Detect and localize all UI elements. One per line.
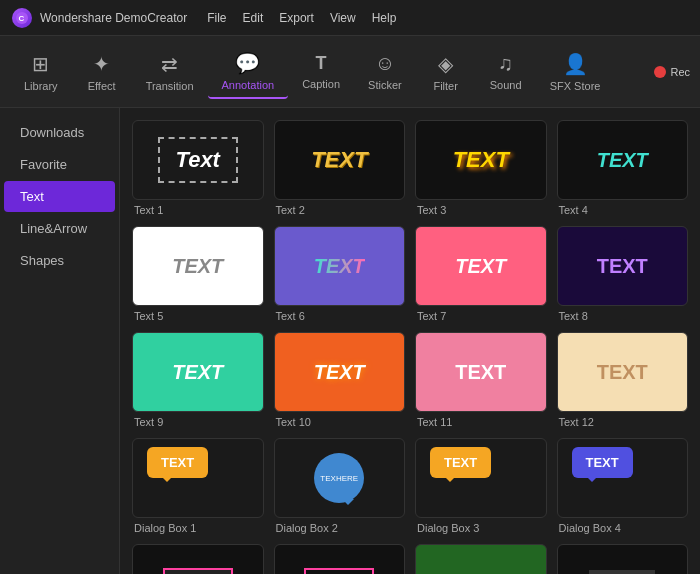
toolbar-sfxstore[interactable]: 👤 SFX Store	[536, 46, 615, 98]
sidebar-item-linearrow[interactable]: Line&Arrow	[4, 213, 115, 244]
label-db2: Dialog Box 2	[274, 522, 338, 534]
effect-icon: ✦	[93, 52, 110, 76]
thumb-text12-label: TEXT	[597, 361, 648, 384]
label-text9: Text 9	[132, 416, 163, 428]
thumb-r5c3: TEXT	[415, 544, 547, 574]
svg-text:C: C	[19, 14, 25, 23]
label-text1: Text 1	[132, 204, 163, 216]
sidebar-item-favorite[interactable]: Favorite	[4, 149, 115, 180]
card-text1[interactable]: Text Text 1	[132, 120, 264, 216]
card-r5c4[interactable]: TEXT	[557, 544, 689, 574]
caption-label: Caption	[302, 78, 340, 90]
sidebar-item-text[interactable]: Text	[4, 181, 115, 212]
sfx-icon: 👤	[563, 52, 588, 76]
toolbar-annotation[interactable]: 💬 Annotation	[208, 45, 289, 99]
thumb-text7-label: TEXT	[455, 255, 506, 278]
thumb-text9-label: TEXT	[172, 361, 223, 384]
card-text7[interactable]: TEXT Text 7	[415, 226, 547, 322]
effect-label: Effect	[88, 80, 116, 92]
speech-bubble-4: TEXT	[572, 447, 633, 478]
titlebar: C Wondershare DemoCreator File Edit Expo…	[0, 0, 700, 36]
card-db4[interactable]: TEXT Dialog Box 4	[557, 438, 689, 534]
card-text8[interactable]: TEXT Text 8	[557, 226, 689, 322]
thumb-r5c4: TEXT	[557, 544, 689, 574]
sidebar: Downloads Favorite Text Line&Arrow Shape…	[0, 108, 120, 574]
rec-area[interactable]: Rec	[654, 66, 690, 78]
thumb-r5c4-label: TEXT	[589, 570, 655, 575]
speech-bubble-1: TEXT	[147, 447, 208, 478]
sound-label: Sound	[490, 79, 522, 91]
toolbar-sticker[interactable]: ☺ Sticker	[354, 46, 416, 97]
thumb-text3-label: TEXT	[453, 147, 509, 173]
menu-help[interactable]: Help	[372, 11, 397, 25]
thumb-db1: TEXT	[132, 438, 264, 518]
thumb-db2: TEXHERE	[274, 438, 406, 518]
thumb-text12: TEXT	[557, 332, 689, 412]
menu-view[interactable]: View	[330, 11, 356, 25]
sidebar-item-shapes[interactable]: Shapes	[4, 245, 115, 276]
card-db3[interactable]: TEXT Dialog Box 3	[415, 438, 547, 534]
rec-label: Rec	[670, 66, 690, 78]
thumb-text6: TEXT	[274, 226, 406, 306]
library-icon: ⊞	[32, 52, 49, 76]
card-db1[interactable]: TEXT Dialog Box 1	[132, 438, 264, 534]
label-text3: Text 3	[415, 204, 446, 216]
sticker-icon: ☺	[375, 52, 395, 75]
library-label: Library	[24, 80, 58, 92]
card-text9[interactable]: TEXT Text 9	[132, 332, 264, 428]
thumb-r5c2: TEXT	[274, 544, 406, 574]
card-text12[interactable]: TEXT Text 12	[557, 332, 689, 428]
label-text11: Text 11	[415, 416, 452, 428]
app-logo: C	[12, 8, 32, 28]
card-text11[interactable]: TEXT Text 11	[415, 332, 547, 428]
speech-bubble-3: TEXT	[430, 447, 491, 478]
card-r5c2[interactable]: TEXT	[274, 544, 406, 574]
caption-icon: T	[316, 53, 327, 74]
card-r5c1[interactable]: TEXT	[132, 544, 264, 574]
toolbar-sound[interactable]: ♫ Sound	[476, 46, 536, 97]
thumb-r5c2-label: TEXT	[304, 568, 374, 575]
thumb-text11-label: TEXT	[455, 361, 506, 384]
label-text8: Text 8	[557, 310, 588, 322]
label-text2: Text 2	[274, 204, 305, 216]
card-text5[interactable]: TEXT Text 5	[132, 226, 264, 322]
thumb-text11: TEXT	[415, 332, 547, 412]
toolbar-transition[interactable]: ⇄ Transition	[132, 46, 208, 98]
label-text12: Text 12	[557, 416, 594, 428]
sound-icon: ♫	[498, 52, 513, 75]
filter-label: Filter	[433, 80, 457, 92]
thumb-text10: TEXT	[274, 332, 406, 412]
sidebar-item-downloads[interactable]: Downloads	[4, 117, 115, 148]
card-text10[interactable]: TEXT Text 10	[274, 332, 406, 428]
card-r5c3[interactable]: TEXT	[415, 544, 547, 574]
thumb-text5: TEXT	[132, 226, 264, 306]
menu-export[interactable]: Export	[279, 11, 314, 25]
label-text4: Text 4	[557, 204, 588, 216]
menu-edit[interactable]: Edit	[243, 11, 264, 25]
thumb-text6-label: TEXT	[314, 255, 365, 278]
toolbar-library[interactable]: ⊞ Library	[10, 46, 72, 98]
label-text7: Text 7	[415, 310, 446, 322]
thumb-db4: TEXT	[557, 438, 689, 518]
toolbar-filter[interactable]: ◈ Filter	[416, 46, 476, 98]
thumb-text4: TEXT	[557, 120, 689, 200]
label-db4: Dialog Box 4	[557, 522, 621, 534]
transition-label: Transition	[146, 80, 194, 92]
thumb-text8-label: TEXT	[597, 255, 648, 278]
thumb-text4-label: TEXT	[597, 149, 648, 172]
card-text2[interactable]: TEXT Text 2	[274, 120, 406, 216]
card-text4[interactable]: TEXT Text 4	[557, 120, 689, 216]
menu-file[interactable]: File	[207, 11, 226, 25]
toolbar-effect[interactable]: ✦ Effect	[72, 46, 132, 98]
thumb-text8: TEXT	[557, 226, 689, 306]
thumb-text7: TEXT	[415, 226, 547, 306]
thumb-text5-label: TEXT	[172, 255, 223, 278]
card-text3[interactable]: TEXT Text 3	[415, 120, 547, 216]
card-text6[interactable]: TEXT Text 6	[274, 226, 406, 322]
card-db2[interactable]: TEXHERE Dialog Box 2	[274, 438, 406, 534]
thumb-text3: TEXT	[415, 120, 547, 200]
thumb-text9: TEXT	[132, 332, 264, 412]
thumb-text1-label: Text	[158, 137, 238, 183]
toolbar-caption[interactable]: T Caption	[288, 47, 354, 96]
main-area: Downloads Favorite Text Line&Arrow Shape…	[0, 108, 700, 574]
